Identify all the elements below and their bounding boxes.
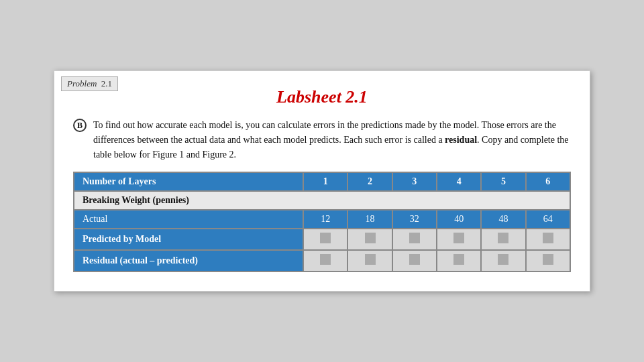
page-title: Labsheet 2.1 — [73, 87, 571, 107]
header-row-label: Number of Layers — [74, 172, 303, 191]
predicted-val-3 — [392, 229, 437, 250]
gray-square-icon — [543, 254, 553, 265]
table-row-residual: Residual (actual – predicted) — [74, 250, 570, 272]
residual-row-label: Residual (actual – predicted) — [74, 250, 303, 272]
gray-square-icon — [409, 254, 420, 265]
table-group-header-row: Breaking Weight (pennies) — [74, 191, 570, 210]
actual-val-4: 40 — [437, 210, 481, 229]
predicted-val-1 — [303, 229, 347, 250]
header-col-1: 1 — [303, 172, 347, 191]
actual-val-1: 12 — [303, 210, 347, 229]
residual-val-4 — [437, 250, 481, 272]
group-header-label: Breaking Weight (pennies) — [74, 191, 570, 210]
slide-container: Problem 2.1 Labsheet 2.1 B To find out h… — [54, 70, 590, 291]
gray-square-icon — [365, 233, 376, 243]
predicted-row-label: Predicted by Model — [74, 229, 303, 250]
content-section: B To find out how accurate each model is… — [73, 118, 571, 272]
predicted-val-5 — [481, 229, 525, 250]
table-header-row: Number of Layers 1 2 3 4 5 6 — [74, 172, 570, 191]
gray-square-icon — [320, 233, 331, 243]
header-col-2: 2 — [347, 172, 392, 191]
predicted-val-6 — [526, 229, 570, 250]
data-table: Number of Layers 1 2 3 4 5 6 Breaking We… — [73, 172, 571, 272]
actual-row-label: Actual — [74, 210, 303, 229]
predicted-val-4 — [437, 229, 481, 250]
residual-val-1 — [303, 250, 347, 272]
gray-square-icon — [543, 233, 553, 243]
actual-val-2: 18 — [347, 210, 392, 229]
actual-val-3: 32 — [392, 210, 437, 229]
predicted-val-2 — [347, 229, 392, 250]
gray-square-icon — [409, 233, 420, 243]
problem-badge: Problem 2.1 — [61, 76, 118, 91]
gray-square-icon — [365, 254, 376, 265]
gray-square-icon — [498, 254, 508, 265]
table-row-predicted: Predicted by Model — [74, 229, 570, 250]
gray-square-icon — [453, 254, 464, 265]
residual-val-2 — [347, 250, 392, 272]
gray-square-icon — [320, 254, 331, 265]
problem-b-body: To find out how accurate each model is, … — [93, 118, 571, 162]
actual-val-5: 48 — [481, 210, 525, 229]
gray-square-icon — [453, 233, 464, 243]
problem-number: 2.1 — [101, 78, 112, 88]
residual-val-6 — [526, 250, 570, 272]
actual-val-6: 64 — [526, 210, 570, 229]
gray-square-icon — [498, 233, 508, 243]
table-row-actual: Actual 12 18 32 40 48 64 — [74, 210, 570, 229]
problem-b-text: B To find out how accurate each model is… — [73, 118, 571, 162]
header-col-6: 6 — [526, 172, 570, 191]
header-col-3: 3 — [392, 172, 437, 191]
circle-b-icon: B — [73, 119, 87, 132]
header-col-5: 5 — [481, 172, 525, 191]
residual-val-5 — [481, 250, 525, 272]
problem-label: Problem — [67, 78, 97, 88]
residual-val-3 — [392, 250, 437, 272]
header-col-4: 4 — [437, 172, 481, 191]
residual-term: residual — [445, 135, 477, 145]
